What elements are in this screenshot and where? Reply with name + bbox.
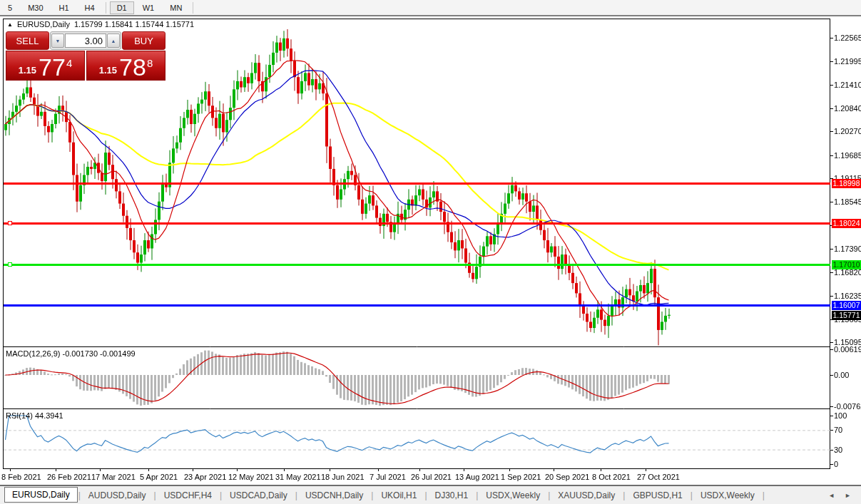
sell-price-display[interactable]: 1.15 77 4 xyxy=(6,51,85,81)
timeframe-toolbar: 5M30H1H4D1W1MN xyxy=(0,0,861,16)
sell-button[interactable]: SELL xyxy=(6,31,49,50)
buy-price-big: 78 xyxy=(119,56,146,78)
horizontal-line-object[interactable] xyxy=(4,304,830,307)
toolbar-separator xyxy=(106,2,106,14)
line-drag-handle[interactable] xyxy=(8,221,12,225)
sell-price-pip: 4 xyxy=(66,51,72,76)
symbol-tab-dj30-h1[interactable]: DJ30,H1 xyxy=(428,488,476,503)
symbol-tab-eurusd-daily[interactable]: EURUSD,Daily xyxy=(4,487,78,503)
rsi-axis-label: 30 xyxy=(834,446,842,454)
tab-separator: | xyxy=(548,490,550,500)
sell-price-prefix: 1.15 xyxy=(19,63,36,78)
time-axis-label: 7 Jul 2021 xyxy=(370,473,406,481)
macd-indicator-label: MACD(12,26,9) -0.001730 -0.001499 xyxy=(6,349,136,358)
time-axis-label: 17 Mar 2021 xyxy=(91,473,136,481)
symbol-tab-xauusd-daily[interactable]: XAUUSD,Daily xyxy=(551,488,622,503)
toolbar-separator xyxy=(193,2,193,14)
time-axis-label: 1 Sep 2021 xyxy=(501,473,541,481)
timeframe-button-w1[interactable]: W1 xyxy=(136,1,162,14)
price-axis-label: 1.20840 xyxy=(834,104,861,113)
time-axis-label: 12 May 2021 xyxy=(228,473,274,481)
macd-axis-label: -0.007623 xyxy=(834,402,861,411)
price-axis-label: 1.18545 xyxy=(834,197,861,206)
tab-separator: | xyxy=(691,490,693,500)
time-axis-label: 26 Feb 2021 xyxy=(47,473,91,481)
price-axis-badge: 1.18998 xyxy=(832,179,861,188)
tab-separator: | xyxy=(476,490,478,500)
macd-axis-label: 0.006193 xyxy=(834,345,861,354)
price-axis-label: 1.22565 xyxy=(834,34,861,42)
price-axis-badge: 1.16007 xyxy=(832,301,861,310)
time-axis-label: 20 Sep 2021 xyxy=(545,473,589,481)
tab-separator: | xyxy=(424,490,427,500)
symbol-tab-ukoil-h1[interactable]: UKOil,H1 xyxy=(374,488,424,503)
volume-increase-button[interactable]: ▲ xyxy=(107,34,120,48)
price-axis-badge: 1.18024 xyxy=(832,219,861,228)
chart-header: ▲ EURUSD,Daily 1.15799 1.15841 1.15744 1… xyxy=(7,20,194,29)
price-axis-label: 1.21410 xyxy=(834,81,861,89)
price-axis-badge: 1.15771 xyxy=(832,311,861,320)
symbol-tab-usdcad-daily[interactable]: USDCAD,Daily xyxy=(223,488,295,503)
buy-price-display[interactable]: 1.15 78 8 xyxy=(86,51,165,81)
tab-separator: | xyxy=(220,490,222,500)
volume-spinner: ▼ ▲ xyxy=(50,31,121,50)
volume-decrease-button[interactable]: ▼ xyxy=(51,34,64,48)
tab-separator: | xyxy=(295,490,297,500)
timeframe-button-5[interactable]: 5 xyxy=(1,1,19,14)
price-axis-label: 1.16235 xyxy=(834,292,861,300)
rsi-axis-label: 0 xyxy=(834,460,838,468)
tab-separator: | xyxy=(154,490,156,500)
symbol-tab-bar: EURUSD,Daily|AUDUSD,Daily|USDCHF,H4|USDC… xyxy=(0,485,861,504)
price-axis-label: 1.17390 xyxy=(834,245,861,253)
tab-scroll-arrows: ◄► xyxy=(828,492,851,499)
tab-separator: | xyxy=(623,490,625,500)
buy-price-pip: 8 xyxy=(147,51,153,76)
time-axis-label: 18 Jun 2021 xyxy=(321,473,365,481)
volume-input[interactable] xyxy=(65,34,106,48)
collapse-panel-icon[interactable]: ▲ xyxy=(7,21,13,28)
buy-price-prefix: 1.15 xyxy=(99,63,117,78)
tab-separator: | xyxy=(78,490,81,500)
rsi-axis-label: 100 xyxy=(834,411,847,420)
macd-axis-label: 0.00 xyxy=(834,371,849,379)
tab-separator: | xyxy=(371,490,373,500)
one-click-trading-panel: SELL ▼ ▲ BUY 1.15 77 4 1.15 78 8 xyxy=(6,31,165,81)
horizontal-line-object[interactable] xyxy=(4,182,830,185)
timeframe-button-m30[interactable]: M30 xyxy=(21,1,50,14)
time-axis-label: 13 Aug 2021 xyxy=(455,473,499,481)
chart-ohlc-values: 1.15799 1.15841 1.15744 1.15771 xyxy=(74,20,194,29)
rsi-indicator-label: RSI(14) 44.3941 xyxy=(6,411,63,420)
horizontal-line-object[interactable] xyxy=(4,222,830,225)
timeframe-button-d1[interactable]: D1 xyxy=(110,1,134,14)
time-axis-label: 31 May 2021 xyxy=(275,473,321,481)
tab-scroll-right-icon[interactable]: ► xyxy=(845,492,851,499)
symbol-tab-usdchf-h4[interactable]: USDCHF,H4 xyxy=(157,488,219,503)
trading-app-window: 5M30H1H4D1W1MN ▲ EURUSD,Daily 1.15799 1.… xyxy=(0,0,861,504)
time-axis-label: 8 Feb 2021 xyxy=(1,473,41,481)
symbol-tab-usdcnh-daily[interactable]: USDCNH,Daily xyxy=(298,488,370,503)
sell-price-big: 77 xyxy=(39,56,66,78)
symbol-tab-gbpusd-h1[interactable]: GBPUSD,H1 xyxy=(626,488,689,503)
time-axis-label: 5 Apr 2021 xyxy=(140,473,178,481)
time-axis-label: 27 Oct 2021 xyxy=(637,473,680,481)
timeframe-button-h1[interactable]: H1 xyxy=(52,1,76,14)
timeframe-button-h4[interactable]: H4 xyxy=(78,1,102,14)
time-axis-label: 8 Oct 2021 xyxy=(592,473,631,481)
buy-button[interactable]: BUY xyxy=(122,31,165,50)
price-axis-badge: 1.17010 xyxy=(832,260,861,269)
tab-separator: | xyxy=(763,490,765,500)
price-axis-label: 1.21995 xyxy=(834,57,861,66)
horizontal-line-object[interactable] xyxy=(4,264,830,266)
symbol-tab-usdx-weekly[interactable]: USDX,Weekly xyxy=(479,488,547,503)
rsi-axis-label: 70 xyxy=(834,426,842,434)
time-axis-label: 23 Apr 2021 xyxy=(184,473,226,481)
chart-symbol-label: EURUSD,Daily xyxy=(17,20,70,29)
price-axis-label: 1.20270 xyxy=(834,127,861,135)
line-drag-handle[interactable] xyxy=(8,262,12,267)
symbol-tab-audusd-daily[interactable]: AUDUSD,Daily xyxy=(81,488,153,503)
tab-scroll-left-icon[interactable]: ◄ xyxy=(828,492,835,499)
price-axis-label: 1.19685 xyxy=(834,151,861,160)
timeframe-button-mn[interactable]: MN xyxy=(163,1,189,14)
time-axis-label: 26 Jul 2021 xyxy=(411,473,452,481)
symbol-tab-usdx-weekly[interactable]: USDX,Weekly xyxy=(693,488,762,503)
